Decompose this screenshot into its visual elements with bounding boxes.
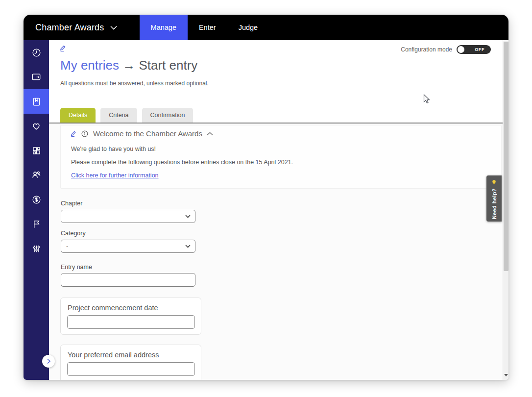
sidebar-item-settings[interactable] [24, 236, 49, 261]
sidebar-item-flags[interactable] [24, 212, 49, 236]
info-icon [81, 130, 89, 138]
commencement-date-label: Project commencement date [68, 304, 158, 312]
flag-icon [31, 219, 42, 229]
sidebar-item-clock[interactable] [24, 40, 49, 65]
chapter-label: Chapter [61, 200, 82, 207]
app-window: Chamber Awards Manage Enter Judge [24, 15, 508, 380]
welcome-line-1: We're glad to have you with us! [71, 146, 156, 152]
configuration-mode-label: Configuration mode [401, 46, 452, 53]
sidebar-item-favourites[interactable] [24, 114, 49, 138]
need-help-tab[interactable]: Need help? [486, 175, 502, 222]
tab-confirmation[interactable]: Confirmation [142, 108, 193, 123]
book-icon [31, 97, 42, 107]
entry-name-input[interactable] [61, 273, 195, 287]
breadcrumb-current: Start entry [139, 58, 197, 73]
tab-details[interactable]: Details [60, 108, 96, 123]
tab-criteria[interactable]: Criteria [100, 108, 137, 123]
question-card-commencement-date: Project commencement date [60, 298, 201, 335]
commencement-date-input[interactable] [67, 315, 195, 329]
edit-page-button[interactable] [60, 45, 66, 53]
sidebar-item-payments[interactable] [24, 187, 49, 212]
welcome-header: Welcome to the Chamber Awards [71, 129, 213, 138]
nav-enter[interactable]: Enter [188, 15, 227, 40]
chapter-select[interactable] [61, 210, 195, 223]
breadcrumb-arrow: → [122, 58, 135, 73]
scrollbar-down-button[interactable] [503, 372, 509, 378]
chevron-up-icon[interactable] [207, 132, 213, 136]
nav-judge[interactable]: Judge [227, 15, 269, 40]
page-title: My entries → Start entry [60, 58, 197, 73]
brand-menu[interactable]: Chamber Awards [24, 15, 129, 40]
tab-bar: Details Criteria Confirmation [60, 108, 193, 123]
category-select-value: - [66, 243, 68, 250]
chevron-down-icon [185, 245, 191, 248]
sidebar-item-map[interactable] [24, 65, 49, 89]
dollar-icon [31, 195, 42, 205]
toggle-state-label: OFF [475, 47, 484, 52]
scrollbar-thumb[interactable] [504, 42, 508, 271]
need-help-label: Need help? [491, 188, 497, 219]
further-information-link[interactable]: Click here for further information [71, 172, 159, 179]
main-content: Configuration mode OFF My entries → Star… [49, 40, 503, 380]
category-select[interactable]: - [61, 240, 195, 253]
sidebar-item-users[interactable] [24, 163, 49, 187]
chevron-down-icon [185, 215, 191, 218]
lightbulb-icon [491, 179, 497, 185]
toggle-knob [458, 46, 464, 53]
sidebar-expand-button[interactable] [42, 355, 55, 368]
sidebar-item-entries[interactable] [24, 89, 49, 114]
welcome-title: Welcome to the Chamber Awards [93, 129, 202, 138]
category-label: Category [61, 230, 86, 237]
sidebar-item-dashboard[interactable] [24, 138, 49, 163]
form-panel: Welcome to the Chamber Awards We're glad… [49, 124, 503, 380]
entry-name-label: Entry name [61, 264, 92, 271]
configuration-mode-toggle[interactable]: OFF [457, 45, 491, 54]
vertical-scrollbar[interactable] [503, 40, 508, 380]
sidebar [24, 40, 49, 380]
breadcrumb-my-entries[interactable]: My entries [60, 58, 119, 73]
pencil-icon[interactable] [71, 130, 76, 137]
chevron-down-icon [110, 25, 117, 30]
dashboard-icon [31, 146, 42, 156]
configuration-mode-control: Configuration mode OFF [401, 45, 491, 54]
top-bar: Chamber Awards Manage Enter Judge [24, 15, 508, 40]
brand-label: Chamber Awards [35, 23, 104, 33]
nav-manage[interactable]: Manage [140, 15, 188, 40]
top-nav: Manage Enter Judge [140, 15, 269, 40]
question-card-preferred-email: Your preferred email address [60, 345, 201, 380]
page-subtitle: All questions must be answered, unless m… [60, 80, 209, 87]
users-icon [31, 170, 42, 180]
sliders-icon [31, 244, 42, 254]
heart-icon [31, 121, 42, 131]
welcome-line-2: Please complete the following questions … [71, 159, 293, 166]
clock-icon [31, 48, 42, 58]
welcome-card: Welcome to the Chamber Awards We're glad… [60, 125, 502, 189]
map-icon [31, 72, 42, 82]
preferred-email-label: Your preferred email address [68, 351, 159, 359]
down-arrow-icon [504, 374, 508, 376]
chevron-right-icon [47, 358, 51, 364]
preferred-email-input[interactable] [67, 362, 195, 376]
pencil-icon [60, 45, 66, 51]
